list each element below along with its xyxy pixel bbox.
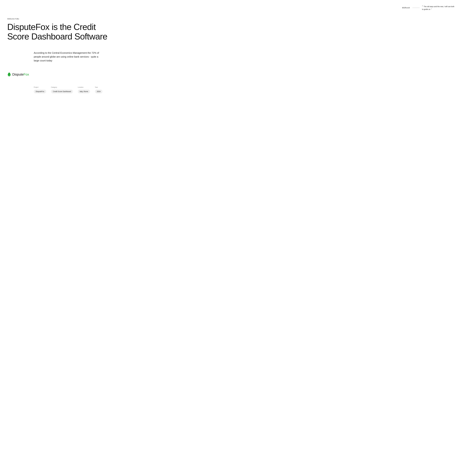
metadata-item-3: Year2024: [95, 86, 102, 93]
metadata-value-1: Credit Score Dashboard: [51, 90, 73, 93]
welcome-label: Wellcome Folks: [7, 18, 456, 20]
metadata-value-0: DisputeFox: [34, 90, 46, 93]
metadata-grid: ProjectDisputeFoxCategoryCredit Score Da…: [34, 86, 456, 93]
metadata-label-2: Location: [78, 86, 90, 88]
metadata-label-0: Project: [34, 86, 46, 88]
metadata-item-0: ProjectDisputeFox: [34, 86, 46, 93]
description-text: According to the Central Economics Manag…: [34, 51, 101, 63]
logo-icon: [7, 72, 11, 77]
quote-text: “ The old ways and the new, I will use b…: [422, 5, 456, 11]
metadata-value-3: 2024: [95, 90, 102, 93]
logo-container: DisputeFox: [7, 72, 456, 77]
metadata-section: ProjectDisputeFoxCategoryCredit Score Da…: [0, 86, 463, 103]
logo-fox: Fox: [24, 73, 29, 76]
metadata-value-2: Italy, Rome: [78, 90, 90, 93]
logo-text: DisputeFox: [12, 73, 29, 76]
metadata-label-1: Category: [51, 86, 73, 88]
metadata-item-2: LocationItaly, Rome: [78, 86, 90, 93]
header-inner: Blóðhundr “ The old ways and the new, I …: [402, 5, 456, 11]
welcome-section: Wellcome Folks DisputeFox is the Credit …: [0, 11, 463, 41]
metadata-label-3: Year: [95, 86, 102, 88]
quote-content: The old ways and the new, I will use bot…: [422, 6, 454, 10]
logo-dispute: Dispute: [12, 73, 24, 76]
main-heading: DisputeFox is the Credit Score Dashboard…: [7, 22, 116, 41]
description-section: According to the Central Economics Manag…: [0, 51, 463, 63]
quote-open-mark: “: [422, 5, 423, 8]
top-header: Blóðhundr “ The old ways and the new, I …: [0, 0, 463, 11]
brand-name: Blóðhundr: [402, 7, 410, 9]
logo-section: DisputeFox: [0, 72, 463, 77]
metadata-item-1: CategoryCredit Score Dashboard: [51, 86, 73, 93]
quote-close-mark: ”: [431, 9, 432, 10]
